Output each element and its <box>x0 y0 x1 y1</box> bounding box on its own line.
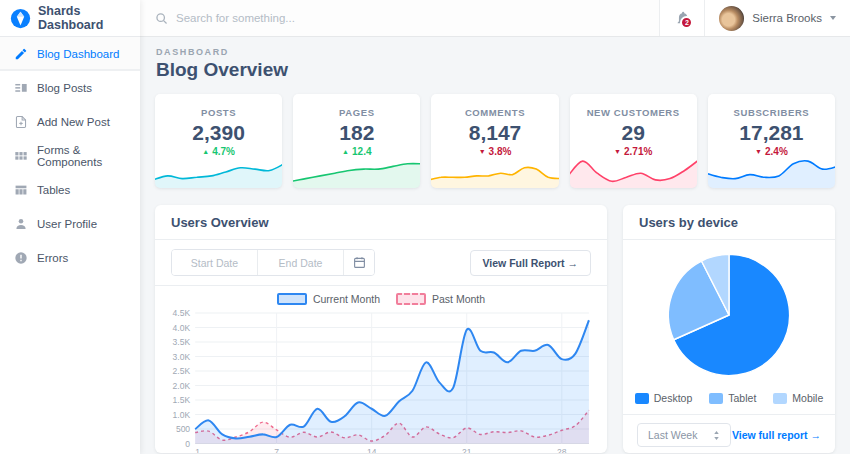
stat-value: 8,147 <box>431 121 558 145</box>
pie-chart-wrap <box>623 240 835 386</box>
brand[interactable]: Shards Dashboard <box>0 0 140 37</box>
x-axis-tick: 1 <box>195 447 200 453</box>
breadcrumb: DASHBOARD <box>156 47 835 57</box>
stat-label: NEW CUSTOMERS <box>570 107 697 118</box>
avatar <box>719 6 744 31</box>
calendar-button[interactable] <box>344 250 374 275</box>
sidebar-item-errors[interactable]: Errors <box>0 241 140 275</box>
arrow-down-icon: ▼ <box>614 148 621 155</box>
stat-value: 2,390 <box>155 121 282 145</box>
overview-controls: View Full Report → <box>155 240 607 286</box>
person-icon <box>14 217 28 231</box>
legend-current-month[interactable]: Current Month <box>277 293 380 305</box>
y-axis-tick: 2.5K <box>173 366 191 376</box>
stat-sparkline <box>570 152 697 188</box>
stat-value: 29 <box>570 121 697 145</box>
legend-label: Past Month <box>432 293 485 305</box>
device-legend: Desktop Tablet Mobile <box>623 386 835 414</box>
legend-label: Tablet <box>728 392 756 404</box>
topbar: 2 Sierra Brooks <box>140 0 850 37</box>
sidebar: Shards Dashboard Blog DashboardBlog Post… <box>0 0 140 454</box>
stat-card-posts: POSTS2,390▲4.7% <box>155 94 282 188</box>
table-icon <box>14 183 28 197</box>
start-date-input[interactable] <box>172 250 258 275</box>
stat-card-pages: PAGES182▲12.4 <box>293 94 420 188</box>
overview-chart-body: Current Month Past Month 05001.0K1.5K2.0… <box>155 286 607 453</box>
legend-tablet[interactable]: Tablet <box>709 392 756 404</box>
stat-change-value: 2.4% <box>765 146 788 157</box>
error-icon <box>14 251 28 265</box>
legend-label: Mobile <box>792 392 823 404</box>
legend-desktop[interactable]: Desktop <box>635 392 693 404</box>
stat-card-new-customers: NEW CUSTOMERS29▼2.71% <box>570 94 697 188</box>
y-axis-tick: 0 <box>185 439 190 449</box>
stat-label: COMMENTS <box>431 107 558 118</box>
users-overview-title: Users Overview <box>155 205 607 240</box>
users-overview-card: Users Overview View Full Report → <box>155 205 607 453</box>
timeframe-value: Last Week <box>648 429 697 441</box>
stat-label: PAGES <box>293 107 420 118</box>
y-axis-tick: 3.5K <box>173 337 191 347</box>
end-date-input[interactable] <box>258 250 344 275</box>
sidebar-item-label: Add New Post <box>37 116 110 128</box>
stat-change-value: 12.4 <box>352 146 371 157</box>
y-axis-tick: 1.5K <box>173 395 191 405</box>
sidebar-item-add-new-post[interactable]: Add New Post <box>0 105 140 139</box>
arrow-down-icon: ▼ <box>755 148 762 155</box>
y-axis-tick: 2.0K <box>173 381 191 391</box>
sidebar-item-label: Blog Posts <box>37 82 92 94</box>
date-range-group <box>171 249 375 276</box>
user-menu[interactable]: Sierra Brooks <box>705 0 850 36</box>
view-module-icon <box>14 149 28 163</box>
view-full-report-button[interactable]: View Full Report → <box>470 250 591 276</box>
stat-value: 17,281 <box>708 121 835 145</box>
stats-row: POSTS2,390▲4.7%PAGES182▲12.4COMMENTS8,14… <box>155 94 835 188</box>
view-full-report-link[interactable]: View full report → <box>732 429 821 441</box>
sidebar-item-blog-dashboard[interactable]: Blog Dashboard <box>0 37 140 71</box>
sidebar-item-label: Blog Dashboard <box>37 48 119 60</box>
user-name: Sierra Brooks <box>752 12 822 24</box>
sidebar-item-label: User Profile <box>37 218 97 230</box>
stat-sparkline <box>293 152 420 188</box>
shards-logo-icon <box>10 8 31 29</box>
search-input[interactable] <box>176 12 644 24</box>
y-axis-tick: 1.0K <box>173 410 191 420</box>
stat-label: POSTS <box>155 107 282 118</box>
stat-label: SUBSCRIBERS <box>708 107 835 118</box>
chevron-down-icon <box>830 16 836 20</box>
y-axis-tick: 500 <box>176 424 190 434</box>
timeframe-select[interactable]: Last Week <box>637 423 731 447</box>
page-header: DASHBOARD Blog Overview <box>156 47 835 81</box>
legend-mobile[interactable]: Mobile <box>773 392 823 404</box>
sidebar-item-label: Tables <box>37 184 70 196</box>
stat-change-down: ▼2.4% <box>708 146 835 157</box>
sidebar-item-label: Forms & Components <box>37 144 126 168</box>
search-bar[interactable] <box>140 0 659 36</box>
stat-change-value: 2.71% <box>624 146 652 157</box>
search-icon <box>155 12 168 25</box>
y-axis-tick: 4.0K <box>173 323 191 333</box>
notifications-button[interactable]: 2 <box>659 0 705 36</box>
stat-sparkline <box>155 152 282 188</box>
sidebar-item-user-profile[interactable]: User Profile <box>0 207 140 241</box>
past-month-swatch <box>396 293 426 305</box>
y-axis-tick: 4.5K <box>173 308 191 318</box>
arrow-up-icon: ▲ <box>202 148 209 155</box>
tablet-swatch <box>709 393 723 404</box>
stat-change-up: ▲12.4 <box>293 146 420 157</box>
sidebar-item-forms-components[interactable]: Forms & Components <box>0 139 140 173</box>
sidebar-item-tables[interactable]: Tables <box>0 173 140 207</box>
mobile-swatch <box>773 393 787 404</box>
stat-change-value: 4.7% <box>212 146 235 157</box>
stat-card-comments: COMMENTS8,147▼3.8% <box>431 94 558 188</box>
legend-label: Desktop <box>654 392 693 404</box>
edit-icon <box>14 47 28 61</box>
x-axis-tick: 28 <box>557 447 567 453</box>
stat-card-subscribers: SUBSCRIBERS17,281▼2.4% <box>708 94 835 188</box>
sidebar-item-label: Errors <box>37 252 68 264</box>
sidebar-item-blog-posts[interactable]: Blog Posts <box>0 71 140 105</box>
current-month-swatch <box>277 293 307 305</box>
stat-change-down: ▼3.8% <box>431 146 558 157</box>
x-axis-tick: 7 <box>274 447 279 453</box>
legend-past-month[interactable]: Past Month <box>396 293 485 305</box>
